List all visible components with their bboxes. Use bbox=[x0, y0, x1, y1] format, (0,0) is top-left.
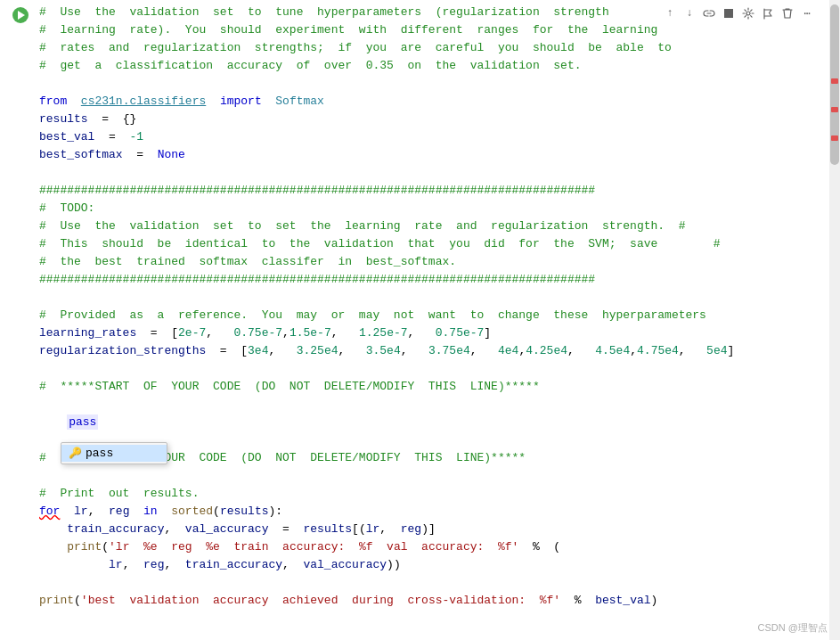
gear-button[interactable] bbox=[740, 5, 756, 21]
autocomplete-item-pass[interactable]: 🔑 pass bbox=[61, 445, 167, 462]
code-line-3: # rates and regularization strengths; if… bbox=[39, 39, 822, 57]
code-line-22: # *****START OF YOUR CODE (DO NOT DELETE… bbox=[39, 378, 822, 396]
code-line-14: # This should be identical to the valida… bbox=[39, 235, 822, 253]
code-line-10 bbox=[39, 164, 822, 182]
code-line-29: for lr, reg in sorted(results): bbox=[39, 503, 822, 521]
autocomplete-item-label: pass bbox=[86, 447, 113, 460]
play-button[interactable] bbox=[12, 7, 29, 23]
code-line-24: pass bbox=[39, 414, 822, 431]
vertical-scrollbar[interactable] bbox=[829, 0, 840, 640]
code-line-8: best_val = -1 bbox=[39, 128, 822, 146]
code-line-13: # Use the validation set to set the lear… bbox=[39, 217, 822, 235]
scrollbar-thumb[interactable] bbox=[830, 4, 839, 165]
code-line-31: print('lr %e reg %e train accuracy: %f v… bbox=[39, 538, 822, 556]
error-marker-3 bbox=[831, 135, 838, 141]
code-line-7: results = {} bbox=[39, 111, 822, 128]
code-line-32: lr, reg, train_accuracy, val_accuracy)) bbox=[39, 556, 822, 574]
code-line-27 bbox=[39, 467, 822, 485]
code-line-5 bbox=[39, 75, 822, 93]
play-icon bbox=[18, 11, 25, 20]
autocomplete-popup: 🔑 pass bbox=[61, 442, 167, 464]
svg-rect-0 bbox=[724, 9, 733, 18]
svg-point-1 bbox=[746, 12, 750, 15]
code-line-17 bbox=[39, 289, 822, 307]
code-line-18: # Provided as a reference. You may or ma… bbox=[39, 307, 822, 324]
code-line-34: print('best validation accuracy achieved… bbox=[39, 592, 822, 610]
error-marker-1 bbox=[831, 78, 838, 84]
key-icon: 🔑 bbox=[69, 447, 82, 460]
code-line-11: ########################################… bbox=[39, 182, 822, 200]
code-area[interactable]: # Use the validation set to tune hyperpa… bbox=[0, 0, 829, 640]
error-marker-2 bbox=[831, 107, 838, 112]
code-line-4: # get a classification accuracy of over … bbox=[39, 57, 822, 75]
flag-button[interactable] bbox=[760, 5, 776, 21]
code-line-21 bbox=[39, 360, 822, 378]
link-button[interactable] bbox=[701, 5, 717, 21]
trash-button[interactable] bbox=[779, 5, 795, 21]
code-line-12: # TODO: bbox=[39, 200, 822, 217]
code-line-33 bbox=[39, 574, 822, 592]
code-line-30: train_accuracy, val_accuracy = results[(… bbox=[39, 521, 822, 538]
code-line-28: # Print out results. bbox=[39, 485, 822, 503]
code-line-15: # the best trained softmax classifer in … bbox=[39, 253, 822, 271]
watermark: CSDN @理智点 bbox=[758, 621, 828, 635]
more-button[interactable]: ⋯ bbox=[799, 5, 815, 21]
scroll-down-button[interactable]: ↓ bbox=[681, 5, 697, 21]
code-line-20: regularization_strengths = [3e4, 3.25e4,… bbox=[39, 342, 822, 360]
stop-button[interactable] bbox=[721, 5, 737, 21]
editor-container: ↑ ↓ ⋯ bbox=[0, 0, 840, 640]
code-line-2: # learning rate). You should experiment … bbox=[39, 21, 822, 39]
code-line-19: learning_rates = [2e-7, 0.75e-7,1.5e-7, … bbox=[39, 324, 822, 342]
code-line-9: best_softmax = None bbox=[39, 146, 822, 164]
code-line-6: from cs231n.classifiers import Softmax bbox=[39, 93, 822, 111]
code-line-23 bbox=[39, 396, 822, 414]
scroll-up-button[interactable]: ↑ bbox=[662, 5, 678, 21]
toolbar: ↑ ↓ ⋯ bbox=[662, 5, 815, 21]
code-line-16: ########################################… bbox=[39, 271, 822, 289]
